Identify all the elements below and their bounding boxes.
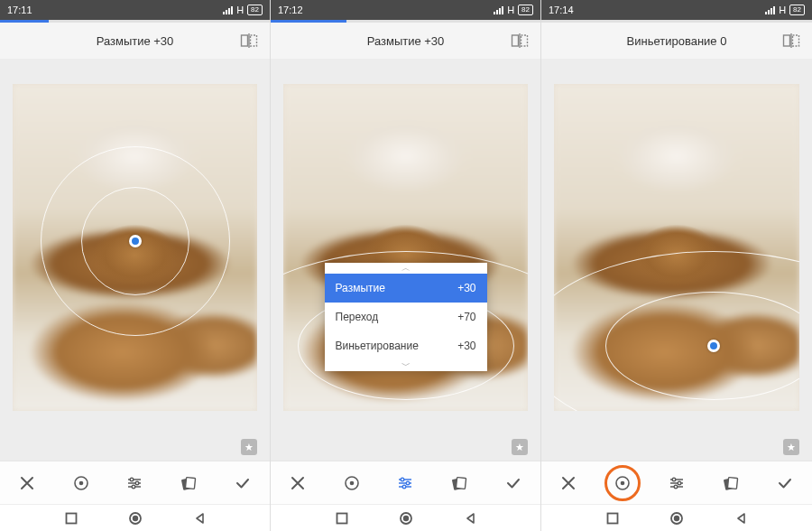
- svg-rect-0: [242, 35, 248, 46]
- svg-rect-23: [337, 513, 346, 523]
- nav-back-button[interactable]: [734, 512, 747, 525]
- phone-screen-0: 17:11 H 82 Размытие +30 ★: [0, 0, 271, 531]
- menu-row-1[interactable]: Переход +70: [325, 303, 487, 331]
- menu-row-0[interactable]: Размытие +30: [325, 274, 487, 303]
- focus-center-dot[interactable]: [707, 340, 720, 352]
- battery-icon: 82: [518, 5, 533, 15]
- svg-point-17: [349, 480, 354, 485]
- nav-recent-button[interactable]: [336, 512, 348, 525]
- status-bar: 17:11 H 82: [0, 0, 270, 20]
- bottom-toolbar: [271, 461, 540, 504]
- apply-button[interactable]: [497, 467, 530, 499]
- close-button[interactable]: [281, 467, 314, 499]
- tool-title: Размытие +30: [31, 34, 239, 48]
- svg-point-7: [133, 485, 136, 489]
- svg-rect-1: [251, 35, 257, 46]
- tutorial-highlight: [604, 465, 641, 501]
- tool-progress: [271, 20, 540, 23]
- status-net: H: [236, 5, 244, 15]
- menu-row-value: +30: [457, 340, 475, 352]
- compare-icon[interactable]: [239, 31, 259, 51]
- styles-button[interactable]: [443, 467, 475, 499]
- bottom-toolbar: [541, 461, 812, 504]
- sliders-button[interactable]: [660, 467, 693, 499]
- menu-row-label: Размытие: [336, 282, 385, 294]
- chevron-down-icon[interactable]: ﹀: [325, 360, 487, 371]
- status-time: 17:12: [278, 5, 303, 15]
- bottom-toolbar: [0, 461, 270, 504]
- nav-home-button[interactable]: [128, 511, 143, 526]
- adjust-menu[interactable]: ︿ Размытие +30 Переход +70 Виньетировани…: [325, 263, 487, 371]
- status-net: H: [779, 5, 786, 15]
- focus-shape-button[interactable]: [65, 467, 97, 499]
- svg-point-18: [401, 478, 405, 481]
- focus-shape-button[interactable]: [606, 467, 639, 499]
- battery-icon: 82: [789, 5, 805, 15]
- svg-rect-9: [186, 477, 196, 489]
- signal-icon: [223, 5, 233, 14]
- styles-button[interactable]: [715, 467, 747, 499]
- apply-button[interactable]: [769, 467, 801, 499]
- phone-screen-2: 17:14 H 82 Виньетирование 0 ★: [541, 0, 812, 531]
- nav-back-button[interactable]: [464, 512, 476, 525]
- svg-point-6: [136, 481, 140, 485]
- styles-button[interactable]: [172, 467, 205, 499]
- tool-title: Размытие +30: [301, 34, 510, 48]
- status-right: H 82: [765, 5, 805, 15]
- tool-header: Виньетирование 0: [541, 23, 812, 59]
- svg-rect-35: [727, 477, 737, 489]
- menu-row-2[interactable]: Виньетирование +30: [325, 331, 487, 360]
- favorite-badge[interactable]: ★: [783, 439, 799, 455]
- nav-back-button[interactable]: [193, 512, 206, 525]
- svg-point-12: [132, 515, 137, 520]
- nav-recent-button[interactable]: [65, 512, 78, 525]
- svg-point-19: [407, 481, 411, 485]
- close-button[interactable]: [552, 467, 585, 499]
- svg-rect-13: [512, 35, 519, 46]
- android-nav: [541, 504, 812, 531]
- status-bar: 17:14 H 82: [541, 0, 812, 20]
- menu-row-label: Виньетирование: [336, 340, 419, 352]
- menu-row-label: Переход: [336, 311, 379, 323]
- status-right: H 82: [223, 5, 263, 15]
- phone-screen-1: 17:12 H 82 Размытие +30 ★︿ Размытие +30 …: [271, 0, 541, 531]
- nav-recent-button[interactable]: [606, 512, 619, 525]
- apply-button[interactable]: [226, 467, 259, 499]
- focus-center-dot[interactable]: [129, 235, 142, 247]
- status-bar: 17:12 H 82: [271, 0, 540, 20]
- edit-canvas[interactable]: ★: [541, 59, 812, 461]
- svg-point-38: [674, 515, 679, 520]
- menu-row-value: +70: [457, 311, 475, 323]
- menu-row-value: +30: [457, 282, 475, 294]
- tool-progress: [0, 20, 270, 23]
- svg-rect-10: [66, 513, 76, 523]
- edit-canvas[interactable]: ★: [0, 59, 270, 461]
- favorite-badge[interactable]: ★: [512, 439, 528, 455]
- photo[interactable]: [13, 84, 257, 411]
- svg-point-31: [672, 478, 676, 481]
- chevron-up-icon[interactable]: ︿: [325, 263, 487, 274]
- svg-point-20: [403, 485, 407, 489]
- favorite-badge[interactable]: ★: [241, 439, 257, 455]
- status-right: H 82: [494, 5, 533, 15]
- status-net: H: [507, 5, 514, 15]
- svg-rect-22: [457, 477, 466, 489]
- photo[interactable]: [554, 84, 799, 411]
- sliders-button[interactable]: [389, 467, 421, 499]
- svg-point-33: [674, 485, 678, 489]
- focus-shape-button[interactable]: [336, 467, 368, 499]
- close-button[interactable]: [11, 467, 43, 499]
- compare-icon[interactable]: [781, 31, 801, 51]
- status-time: 17:14: [549, 5, 574, 15]
- tool-progress: [541, 20, 812, 23]
- svg-rect-36: [608, 513, 618, 523]
- nav-home-button[interactable]: [669, 511, 684, 526]
- svg-point-4: [78, 480, 83, 485]
- signal-icon: [765, 5, 775, 14]
- android-nav: [271, 504, 540, 531]
- compare-icon[interactable]: [510, 31, 530, 51]
- edit-canvas[interactable]: ★︿ Размытие +30 Переход +70 Виньетирован…: [271, 59, 540, 461]
- svg-rect-26: [784, 35, 790, 46]
- nav-home-button[interactable]: [399, 511, 413, 526]
- sliders-button[interactable]: [118, 467, 151, 499]
